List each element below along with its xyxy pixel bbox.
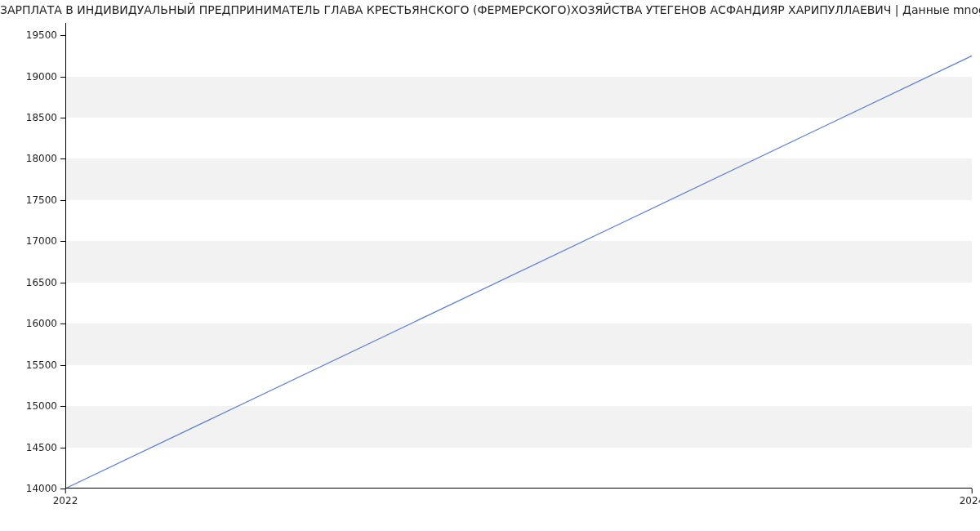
x-tick-label: 2024 — [960, 489, 980, 506]
y-tick-label: 16000 — [26, 318, 65, 329]
y-tick-label: 16500 — [26, 277, 65, 288]
y-axis — [65, 23, 66, 489]
y-tick-label: 19500 — [26, 29, 65, 41]
y-tick-label: 15000 — [26, 400, 65, 412]
plot-area: 1400014500150001550016000165001700017500… — [65, 23, 972, 489]
y-tick-label: 17500 — [26, 194, 65, 206]
y-tick-label: 17000 — [26, 235, 65, 247]
chart-container: ЗАРПЛАТА В ИНДИВИДУАЛЬНЫЙ ПРЕДПРИНИМАТЕЛ… — [0, 0, 980, 531]
x-tick-label: 2022 — [53, 489, 78, 506]
line-layer — [65, 23, 972, 489]
y-tick-label: 19000 — [26, 71, 65, 83]
y-tick-label: 18000 — [26, 153, 65, 164]
plot-inner: 1400014500150001550016000165001700017500… — [65, 23, 972, 489]
y-tick-label: 14500 — [26, 442, 65, 453]
y-tick-label: 18500 — [26, 112, 65, 123]
chart-title: ЗАРПЛАТА В ИНДИВИДУАЛЬНЫЙ ПРЕДПРИНИМАТЕЛ… — [0, 3, 980, 16]
data-line — [65, 56, 972, 489]
y-tick-label: 15500 — [26, 359, 65, 371]
x-axis — [65, 488, 972, 489]
